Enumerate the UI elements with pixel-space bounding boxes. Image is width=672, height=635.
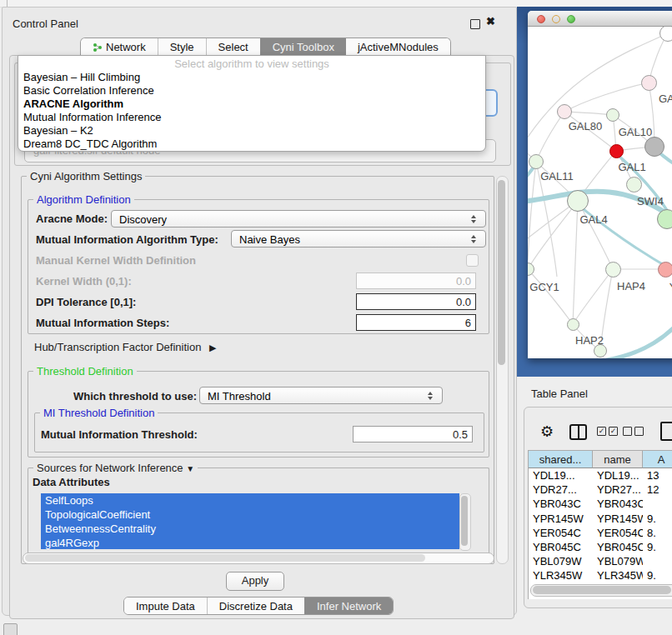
select-all-checkboxes-icon[interactable]: ✓✓ [597,427,620,439]
table-horizontal-scrollbar[interactable] [530,584,672,597]
export-table-icon[interactable] [660,422,672,441]
data-attributes-label: Data Attributes [33,476,110,488]
attributes-scrollbar-thumb[interactable] [461,496,468,546]
manual-kernel-checkbox[interactable] [466,254,479,267]
attributes-scrollbar[interactable] [459,493,471,551]
close-traffic-light-icon[interactable] [537,15,545,23]
network-node-label: GAL [659,92,672,105]
control-panel-title: Control Panel [13,18,78,30]
table-row[interactable]: YBR045C YBR045C 9. [529,540,672,554]
network-node[interactable] [605,262,621,278]
tab-network[interactable]: Network [81,38,158,56]
settings-horizontal-scrollbar-thumb[interactable] [25,554,425,562]
column-header-shared-name[interactable]: shared... [529,451,593,468]
table-settings-gear-icon[interactable]: ⚙ [540,422,554,441]
close-panel-icon[interactable]: ✖ [486,15,495,28]
tab-style-label: Style [170,41,194,53]
network-node[interactable] [657,209,672,229]
deselect-all-checkboxes-icon[interactable] [623,427,646,439]
column-header-name[interactable]: name [593,451,643,468]
apply-button[interactable]: Apply [226,572,284,591]
tab-cyni-toolbox[interactable]: Cyni Toolbox [260,38,346,56]
table-row[interactable]: YDR27... YDR27... 12 [529,482,672,497]
algorithm-dropdown-list: Select algorithm to view settings Bayesi… [18,55,486,152]
data-attribute-item[interactable]: BetweennessCentrality [41,522,459,536]
mi-steps-field[interactable]: 6 [356,314,476,331]
table-horizontal-scrollbar-thumb[interactable] [533,586,671,594]
tab-style[interactable]: Style [158,38,206,56]
network-node-label: GAL80 [569,120,602,132]
network-node[interactable] [609,144,624,158]
algorithm-option[interactable]: Bayesian – Hill Climbing [18,71,485,84]
float-panel-icon[interactable] [470,19,480,29]
which-threshold-combo[interactable]: MI Threshold [199,387,443,404]
data-attribute-item[interactable]: gal4RGexp [41,536,459,549]
cell-shared-name: YBL079W [529,554,593,568]
cell-value [643,497,672,511]
network-window-titlebar[interactable] [528,11,672,27]
cell-value: 9. [643,512,672,526]
tab-jactivemnodules[interactable]: jActiveMNodules [346,38,450,56]
mi-threshold-field[interactable]: 0.5 [353,426,473,442]
network-node-label: GCY1 [529,281,559,293]
cell-shared-name: YLR345W [529,568,593,582]
mi-type-combo[interactable]: Naive Bayes [231,230,486,248]
algorithm-dropdown-placeholder: Select algorithm to view settings [18,56,485,71]
zoom-traffic-light-icon[interactable] [567,15,575,23]
network-node[interactable] [626,177,642,192]
network-node[interactable] [567,318,579,331]
data-attributes-list: SelfLoopsTopologicalCoefficientBetweenne… [41,493,459,549]
application-window: Control Panel ✖ galFiltered.sif default … [0,0,672,635]
network-node[interactable] [644,137,664,157]
algorithm-option[interactable]: Dream8 DC_TDC Algorithm [18,138,485,151]
network-node[interactable] [567,190,589,212]
tab-discretize-data[interactable]: Discretize Data [207,598,304,614]
minimize-traffic-light-icon[interactable] [552,15,560,23]
column-layout-icon[interactable] [569,424,587,440]
tab-select[interactable]: Select [206,38,260,56]
data-attribute-item[interactable]: TopologicalCoefficient [41,508,459,522]
tab-infer-network[interactable]: Infer Network [304,598,393,614]
column-header-partial[interactable]: A [643,451,672,468]
network-node-label: GAL4 [579,213,607,226]
table-row[interactable]: YER054C YER054C 8. [529,526,672,540]
cell-value: 13 [643,468,672,482]
network-node[interactable] [659,27,672,42]
table-row[interactable]: YPR145W YPR145W 9. [529,512,672,526]
network-node[interactable] [658,262,672,278]
algorithm-option[interactable]: Mutual Information Inference [18,111,485,124]
network-canvas[interactable]: GALGAL80GAL10GAL1GAL11GAL4SWI4GCY1HAP4YH… [528,27,672,358]
cell-name: YPR145W [593,512,643,526]
hub-definition-toggle[interactable]: Hub/Transcription Factor Definition ▶ [34,341,216,353]
settings-vertical-scrollbar[interactable] [496,176,509,564]
tab-impute-data[interactable]: Impute Data [124,598,207,614]
cell-value: 9. [643,540,672,554]
table-row[interactable]: YLR345W YLR345W 9. [529,568,672,582]
cell-shared-name: YBR045C [529,540,593,554]
algorithm-option-selected[interactable]: ARACNE Algorithm [18,98,485,111]
kernel-width-field[interactable]: 0.0 [356,272,476,289]
network-node[interactable] [529,154,544,169]
sources-group-title[interactable]: Sources for Network Inference ▼ [33,462,198,474]
network-view-window: GALGAL80GAL10GAL1GAL11GAL4SWI4GCY1HAP4YH… [528,11,672,358]
network-node[interactable] [557,104,572,119]
tab-impute-data-label: Impute Data [136,600,195,612]
algorithm-option[interactable]: Basic Correlation Inference [18,84,485,98]
data-attribute-item[interactable]: SelfLoops [41,493,459,508]
dpi-tolerance-field[interactable]: 0.0 [356,293,476,310]
network-node[interactable] [641,75,657,91]
algorithm-option[interactable]: Bayesian – K2 [18,124,485,138]
network-node[interactable] [606,108,619,122]
panel-grip-icon[interactable] [3,623,18,635]
settings-vertical-scrollbar-thumb[interactable] [498,180,505,365]
aracne-mode-combo[interactable]: Discovery [111,210,486,228]
node-table: shared... name A YDL19... YDL19... 13 YD… [528,450,672,599]
tab-discretize-data-label: Discretize Data [219,600,293,612]
table-row[interactable]: YBL079W YBL079W [529,554,672,568]
cell-shared-name: YPR145W [529,512,593,526]
table-row[interactable]: YDL19... YDL19... 13 [529,468,672,482]
network-node[interactable] [594,344,607,358]
settings-horizontal-scrollbar[interactable] [23,552,494,564]
table-row[interactable]: YBR043C YBR043C [529,497,672,511]
expand-right-icon: ▶ [209,342,216,352]
